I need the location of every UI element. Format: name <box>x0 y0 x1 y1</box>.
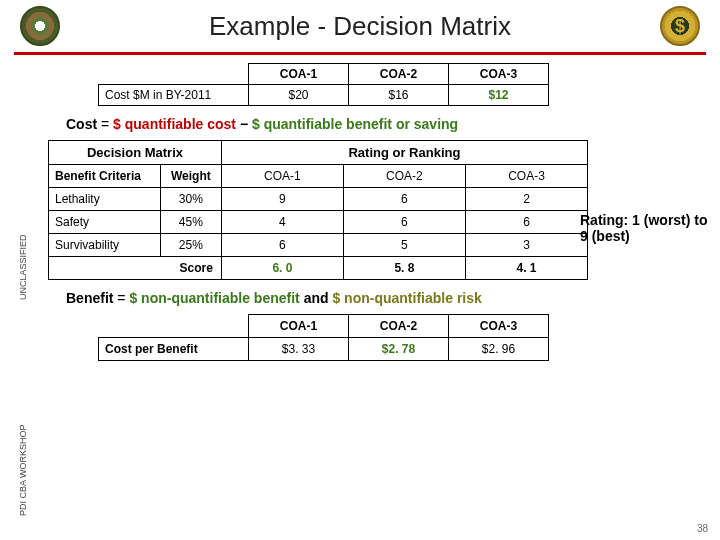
cost-row-label: Cost $M in BY-2011 <box>99 85 249 106</box>
coa-header: COA-1 <box>249 315 349 338</box>
cpb-cell-best: $2. 78 <box>349 338 449 361</box>
matrix-title-right: Rating or Ranking <box>221 141 587 165</box>
army-seal-icon <box>20 6 60 46</box>
cost-cell-best: $12 <box>449 85 549 106</box>
matrix-title-left: Decision Matrix <box>49 141 222 165</box>
weight-header: Weight <box>160 165 221 188</box>
coa-header: COA-3 <box>465 165 587 188</box>
cpb-cell: $2. 96 <box>449 338 549 361</box>
coa-header: COA-2 <box>349 64 449 85</box>
cost-formula: Cost = $ quantifiable cost − $ quantifia… <box>66 116 706 132</box>
cost-cell: $16 <box>349 85 449 106</box>
workshop-label: PDI CBA WORKSHOP <box>18 424 28 516</box>
left-rail: UNCLASSIFIED PDI CBA WORKSHOP <box>4 60 24 520</box>
score-row: Score 6. 0 5. 8 4. 1 <box>49 257 588 280</box>
table-row: Survivability 25% 6 5 3 <box>49 234 588 257</box>
coa-header: COA-1 <box>221 165 343 188</box>
benefit-formula: Benefit = $ non-quantifiable benefit and… <box>66 290 706 306</box>
cost-cell: $20 <box>249 85 349 106</box>
cost-table: COA-1 COA-2 COA-3 Cost $M in BY-2011 $20… <box>98 63 549 106</box>
coa-header: COA-3 <box>449 315 549 338</box>
cost-per-benefit-table: COA-1 COA-2 COA-3 Cost per Benefit $3. 3… <box>98 314 549 361</box>
coa-header: COA-2 <box>349 315 449 338</box>
page-number: 38 <box>697 523 708 534</box>
coa-header: COA-1 <box>249 64 349 85</box>
coa-header: COA-2 <box>343 165 465 188</box>
cost-seal-icon: $ <box>660 6 700 46</box>
decision-matrix-table: Decision Matrix Rating or Ranking Benefi… <box>48 140 588 280</box>
classification-label: UNCLASSIFIED <box>18 234 28 300</box>
title-underline <box>14 52 706 55</box>
coa-header: COA-3 <box>449 64 549 85</box>
table-row: Safety 45% 4 6 6 <box>49 211 588 234</box>
cpb-cell: $3. 33 <box>249 338 349 361</box>
score-best: 6. 0 <box>221 257 343 280</box>
cpb-row-label: Cost per Benefit <box>99 338 249 361</box>
table-row: Lethality 30% 9 6 2 <box>49 188 588 211</box>
rating-scale-note: Rating: 1 (worst) to 9 (best) <box>580 212 710 244</box>
page-title: Example - Decision Matrix <box>60 11 660 42</box>
benefit-criteria-header: Benefit Criteria <box>49 165 161 188</box>
